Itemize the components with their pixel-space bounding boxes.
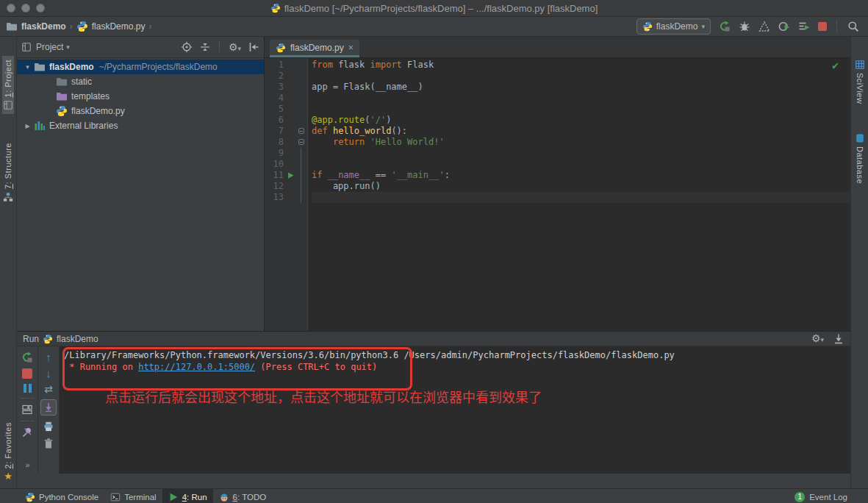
code-line[interactable]: if __name__ == '__main__': bbox=[312, 170, 850, 181]
code-token: Flask bbox=[402, 60, 434, 70]
code-pane[interactable]: from flask import Flaskapp = Flask(__nam… bbox=[308, 58, 850, 331]
clear-console-button[interactable] bbox=[43, 438, 54, 449]
fold-marker-icon[interactable]: − bbox=[298, 139, 304, 145]
toolwindow-run[interactable]: 4: Run bbox=[162, 489, 213, 503]
sidebar-tab-favorites[interactable]: 2: Favorites ★ bbox=[3, 418, 13, 485]
collapse-arrow-icon[interactable]: ▼ bbox=[21, 64, 34, 71]
gutter-line: 12 bbox=[265, 181, 307, 192]
toolbar-separator bbox=[21, 398, 34, 399]
toolwindow-python-console[interactable]: Python Console bbox=[19, 489, 104, 503]
run-console[interactable]: /Library/Frameworks/Python.framework/Ver… bbox=[60, 346, 850, 474]
editor-area: flaskDemo.py × 1234567−8−910111213 from … bbox=[265, 37, 850, 331]
folder-icon bbox=[6, 21, 18, 32]
run-line-marker[interactable] bbox=[284, 171, 297, 179]
fold-guide-line bbox=[301, 148, 301, 159]
close-tab-icon[interactable]: × bbox=[348, 43, 354, 53]
run-panel-config-name[interactable]: flaskDemo bbox=[57, 334, 98, 344]
toolbar-separator bbox=[836, 21, 838, 32]
fold-marker-icon[interactable]: − bbox=[298, 128, 304, 134]
event-log-button[interactable]: 1 Event Log bbox=[795, 492, 847, 502]
libraries-icon bbox=[34, 120, 46, 132]
gutter-line: 1 bbox=[265, 60, 307, 71]
editor-tab-flaskdemo[interactable]: flaskDemo.py × bbox=[270, 40, 359, 57]
code-line[interactable]: def hello_world(): bbox=[312, 126, 850, 137]
print-console-button[interactable] bbox=[43, 421, 54, 432]
tree-item-templates[interactable]: templates bbox=[17, 89, 264, 104]
profiler-button[interactable] bbox=[778, 21, 790, 32]
fold-column bbox=[297, 104, 306, 115]
pause-output-button[interactable] bbox=[24, 384, 32, 393]
python-file-icon bbox=[56, 105, 68, 117]
chevron-down-icon: ▾ bbox=[701, 23, 705, 30]
sidebar-tab-structure[interactable]: 7: Structure bbox=[2, 139, 14, 206]
console-url-link[interactable]: http://127.0.0.1:5000/ bbox=[138, 362, 255, 372]
up-stacktrace-button[interactable]: ↑ bbox=[46, 352, 51, 363]
code-line[interactable] bbox=[312, 192, 850, 203]
sidebar-tab-sciview[interactable]: SciView bbox=[854, 56, 866, 107]
hide-panel-down-button[interactable] bbox=[833, 333, 844, 345]
rerun-button[interactable] bbox=[21, 352, 33, 363]
code-token: 'Hello World!' bbox=[370, 137, 444, 147]
gear-icon[interactable]: ⚙ bbox=[229, 41, 238, 53]
collapse-all-button[interactable] bbox=[199, 41, 211, 53]
inspections-ok-icon[interactable]: ✔ bbox=[832, 60, 839, 71]
run-with-coverage-button[interactable] bbox=[758, 21, 770, 32]
code-line[interactable] bbox=[312, 159, 850, 170]
code-line[interactable] bbox=[312, 104, 850, 115]
tree-item-flaskdemo-py[interactable]: flaskDemo.py bbox=[17, 104, 264, 118]
toolwindow-todo[interactable]: 6: TODO bbox=[213, 489, 273, 503]
run-label: : Run bbox=[187, 493, 207, 502]
code-line[interactable] bbox=[312, 148, 850, 159]
run-toolbar-primary: » bbox=[17, 346, 38, 474]
star-icon: ★ bbox=[4, 471, 12, 482]
sidebar-tab-project[interactable]: 1: Project bbox=[2, 56, 14, 114]
breadcrumb: flaskDemo › flaskDemo.py › bbox=[0, 21, 636, 32]
code-line[interactable] bbox=[312, 93, 850, 104]
gutter-line: 7− bbox=[265, 126, 307, 137]
chevron-down-icon[interactable]: ▾ bbox=[66, 43, 70, 51]
toolwindow-terminal[interactable]: Terminal bbox=[104, 489, 162, 503]
down-stacktrace-button[interactable]: ↓ bbox=[46, 368, 51, 379]
line-number: 1 bbox=[265, 60, 284, 71]
breadcrumb-file[interactable]: flaskDemo.py bbox=[92, 21, 146, 32]
line-number: 3 bbox=[265, 82, 284, 93]
sidebar-tab-database[interactable]: Database bbox=[854, 129, 866, 188]
search-everywhere-icon[interactable] bbox=[847, 21, 859, 32]
event-log-badge: 1 bbox=[795, 492, 805, 502]
project-panel-title[interactable]: Project bbox=[36, 42, 63, 52]
code-line[interactable]: return 'Hello World!' bbox=[312, 137, 850, 148]
line-number: 13 bbox=[265, 192, 284, 203]
restore-layout-icon[interactable]: ⇄ bbox=[44, 384, 53, 394]
line-number: 11 bbox=[265, 170, 284, 181]
locate-file-button[interactable] bbox=[181, 41, 193, 53]
debug-button[interactable] bbox=[739, 21, 750, 32]
tree-item-flaskdemo[interactable]: ▼flaskDemo~/PycharmProjects/flaskDemo bbox=[17, 60, 264, 74]
hide-panel-button[interactable] bbox=[248, 41, 259, 53]
code-line[interactable]: app.run() bbox=[312, 181, 850, 192]
run-configuration-selector[interactable]: flaskDemo ▾ bbox=[636, 18, 711, 35]
chevron-down-icon: ▾ bbox=[820, 336, 824, 343]
window-title-wrap: flaskDemo [~/PycharmProjects/flaskDemo] … bbox=[0, 3, 868, 14]
rerun-button[interactable] bbox=[719, 21, 731, 32]
code-area[interactable]: 1234567−8−910111213 from flask import Fl… bbox=[265, 58, 850, 331]
code-line[interactable] bbox=[312, 71, 850, 82]
stop-button[interactable] bbox=[818, 22, 827, 31]
code-line[interactable]: from flask import Flask bbox=[312, 60, 850, 71]
sciview-icon bbox=[855, 60, 865, 70]
tree-item-external-libraries[interactable]: ▶External Libraries bbox=[17, 118, 264, 133]
expand-arrow-icon[interactable]: ▶ bbox=[21, 123, 34, 129]
fold-guide-line bbox=[301, 159, 301, 170]
restore-layout-button[interactable] bbox=[21, 404, 33, 415]
tree-item-static[interactable]: static bbox=[17, 74, 264, 89]
more-actions-button[interactable]: » bbox=[25, 460, 29, 469]
stop-button[interactable] bbox=[22, 368, 32, 379]
gear-icon[interactable]: ⚙ bbox=[811, 332, 821, 344]
code-line[interactable]: @app.route('/') bbox=[312, 115, 850, 126]
breadcrumb-project[interactable]: flaskDemo bbox=[21, 21, 66, 32]
python-console-label: Python Console bbox=[39, 493, 98, 502]
code-line[interactable]: app = Flask(__name__) bbox=[312, 82, 850, 93]
pin-tab-button[interactable] bbox=[21, 427, 33, 438]
fold-column bbox=[297, 192, 306, 203]
concurrency-diagram-button[interactable] bbox=[798, 21, 810, 32]
scroll-to-end-button[interactable] bbox=[40, 399, 57, 415]
